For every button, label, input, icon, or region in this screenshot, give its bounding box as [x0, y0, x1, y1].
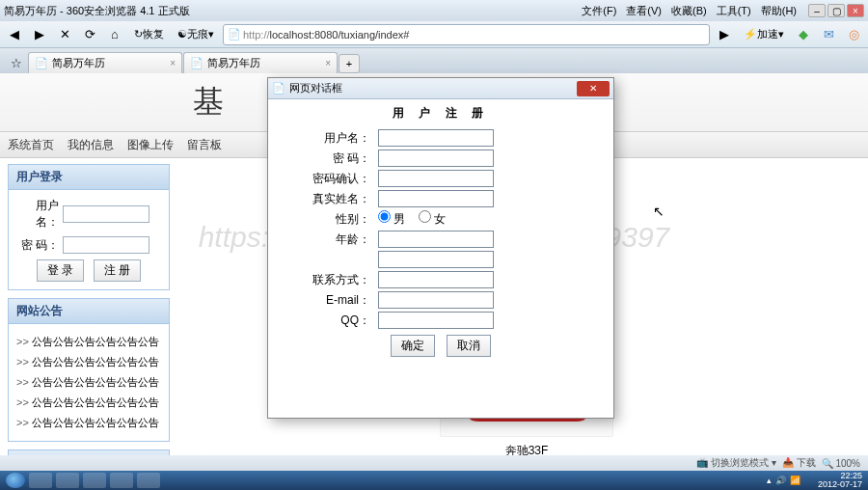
tab-close-icon[interactable]: × — [325, 58, 331, 68]
tab-close-icon[interactable]: × — [170, 58, 176, 68]
tab-2[interactable]: 📄 简易万年历 × — [183, 52, 338, 73]
register-dialog: 📄 网页对话框 ✕ 用 户 注 册 用户名： 密 码： 密码确认： 真实姓名： … — [267, 77, 614, 419]
nav-guestbook[interactable]: 留言板 — [187, 137, 222, 153]
nav-my[interactable]: 我的信息 — [68, 137, 114, 153]
reg-username-input[interactable] — [378, 129, 494, 147]
page-icon: 📄 — [190, 57, 203, 69]
go-icon[interactable]: ▶ — [714, 24, 735, 45]
taskbar: ▴🔊📶 22:252012-07-17 — [0, 471, 868, 490]
page-icon: 📄 — [35, 57, 48, 69]
nav-home[interactable]: 系统首页 — [8, 137, 54, 153]
announce-item[interactable]: 公告公告公告公告公告公告 — [16, 352, 161, 372]
system-tray[interactable]: ▴🔊📶 22:252012-07-17 — [767, 472, 862, 489]
menu-view[interactable]: 查看(V) — [626, 4, 662, 18]
maximize-icon[interactable]: ▢ — [827, 4, 845, 17]
stop-icon[interactable]: ✕ — [54, 24, 75, 45]
back-icon[interactable]: ◀ — [4, 24, 25, 45]
car-name: 奔驰33F — [440, 443, 613, 455]
close-icon[interactable]: × — [847, 4, 864, 17]
menu-file[interactable]: 文件(F) — [582, 4, 616, 18]
announce-panel: 网站公告 公告公告公告公告公告公告 公告公告公告公告公告公告 公告公告公告公告公… — [8, 298, 170, 442]
reg-extra-input[interactable] — [378, 251, 494, 268]
ext1-icon[interactable]: ◆ — [793, 24, 814, 45]
login-panel: 用户登录 用户名： 密 码： 登 录 注 册 — [8, 164, 170, 290]
reg-gender-female[interactable] — [419, 210, 431, 223]
dialog-cancel-button[interactable]: 取消 — [447, 335, 491, 357]
task-app-5[interactable] — [137, 473, 160, 488]
menu-tool[interactable]: 工具(T) — [717, 4, 751, 18]
announce-item[interactable]: 公告公告公告公告公告公告 — [16, 393, 161, 413]
announce-item[interactable]: 公告公告公告公告公告公告 — [16, 413, 161, 433]
login-panel-title: 用户登录 — [9, 165, 169, 190]
reg-email-input[interactable] — [378, 291, 494, 309]
browser-status-bar: 📺 切换浏览模式 ▾ 📥 下载 🔍 100% — [0, 455, 868, 471]
announce-item[interactable]: 公告公告公告公告公告公告 — [16, 372, 161, 393]
title-bar: 简易万年历 - 360安全浏览器 4.1 正式版 文件(F) 查看(V) 收藏(… — [0, 0, 868, 21]
tab-1[interactable]: 📄 简易万年历 × — [28, 52, 182, 73]
dialog-icon: 📄 — [272, 82, 285, 95]
reg-phone-input[interactable] — [378, 271, 494, 288]
incognito-button[interactable]: ☯ 无痕 ▾ — [173, 24, 219, 45]
dialog-heading: 用 户 注 册 — [268, 99, 613, 127]
task-app-3[interactable] — [83, 473, 106, 488]
minimize-icon[interactable]: – — [808, 4, 826, 17]
menu-help[interactable]: 帮助(H) — [761, 4, 797, 18]
home-icon[interactable]: ⌂ — [104, 24, 125, 45]
dialog-close-icon[interactable]: ✕ — [577, 81, 610, 96]
task-app-4[interactable] — [110, 473, 133, 488]
start-button[interactable] — [6, 473, 25, 488]
login-username-input[interactable] — [63, 205, 149, 223]
window-title: 简易万年历 - 360安全浏览器 4.1 正式版 — [4, 4, 190, 18]
announce-item[interactable]: 公告公告公告公告公告公告 — [16, 332, 161, 352]
reg-age-input[interactable] — [378, 231, 494, 248]
reg-gender-male[interactable] — [378, 210, 391, 223]
task-app-1[interactable] — [29, 473, 52, 488]
reg-qq-input[interactable] — [378, 312, 494, 329]
reg-password-input[interactable] — [378, 150, 494, 167]
task-app-2[interactable] — [56, 473, 79, 488]
restore-button[interactable]: ↻ 恢复 — [129, 24, 169, 45]
fav-star-icon[interactable]: ☆ — [6, 52, 27, 73]
reg-realname-input[interactable] — [378, 190, 494, 207]
menu-fav[interactable]: 收藏(B) — [671, 4, 707, 18]
nav-upload[interactable]: 图像上传 — [127, 137, 174, 153]
speed-button[interactable]: ⚡加速 ▾ — [739, 24, 789, 45]
dialog-ok-button[interactable]: 确定 — [391, 335, 435, 357]
login-password-input[interactable] — [63, 236, 149, 254]
browser-toolbar: ◀ ▶ ✕ ⟳ ⌂ ↻ 恢复 ☯ 无痕 ▾ 📄 http://localhost… — [0, 21, 868, 48]
login-button[interactable]: 登 录 — [37, 259, 84, 282]
tab-bar: ☆ 📄 简易万年历 × 📄 简易万年历 × + — [0, 48, 868, 73]
reg-confirm-input[interactable] — [378, 170, 494, 187]
reload-icon[interactable]: ⟳ — [79, 24, 100, 45]
forward-icon[interactable]: ▶ — [29, 24, 50, 45]
ext2-icon[interactable]: ✉ — [818, 24, 839, 45]
register-button[interactable]: 注 册 — [94, 259, 141, 282]
address-bar[interactable]: 📄 http://localhost:8080/tuxiang/index# — [223, 24, 710, 45]
new-tab-button[interactable]: + — [339, 54, 360, 73]
ext3-icon[interactable]: ◎ — [843, 24, 864, 45]
dialog-title: 网页对话框 — [289, 81, 342, 95]
